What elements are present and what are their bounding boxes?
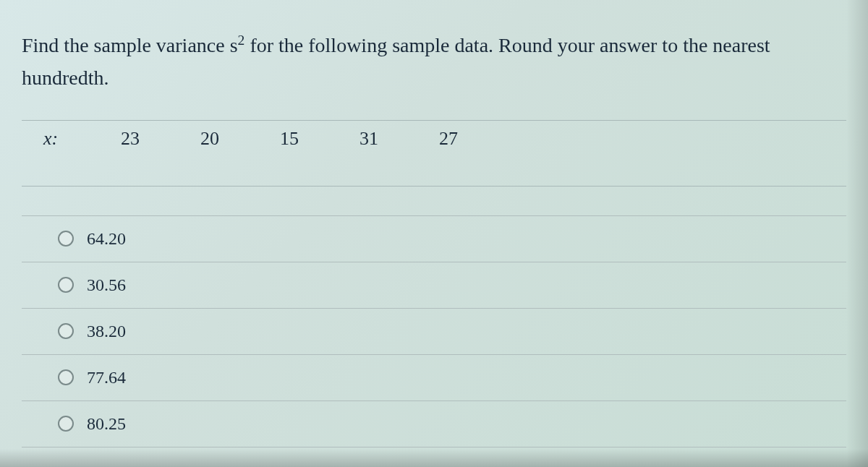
answer-label: 30.56 xyxy=(87,275,126,295)
answer-label: 38.20 xyxy=(87,322,126,341)
radio-icon xyxy=(58,416,74,432)
answer-label: 77.64 xyxy=(87,368,126,387)
answer-option[interactable]: 64.20 xyxy=(22,216,846,262)
radio-icon xyxy=(58,277,74,293)
screen-glare-bottom xyxy=(0,449,868,467)
data-value: 27 xyxy=(434,128,463,150)
radio-icon xyxy=(58,369,74,385)
data-value: 15 xyxy=(275,128,304,150)
radio-icon xyxy=(58,231,74,247)
answer-label: 80.25 xyxy=(87,414,126,434)
answer-option[interactable]: 80.25 xyxy=(22,401,846,447)
answer-label: 64.20 xyxy=(87,229,126,249)
data-value: 23 xyxy=(116,128,145,150)
question-page: Find the sample variance s2 for the foll… xyxy=(0,0,868,447)
data-row: x: 23 20 15 31 27 xyxy=(22,120,846,187)
screen-glare-right xyxy=(846,0,868,467)
question-part1: Find the sample variance s xyxy=(22,34,238,56)
radio-icon xyxy=(58,323,74,339)
answers-list: 64.20 30.56 38.20 77.64 80.25 xyxy=(22,215,846,447)
data-label: x: xyxy=(43,128,65,150)
question-text: Find the sample variance s2 for the foll… xyxy=(22,29,846,95)
answer-option[interactable]: 38.20 xyxy=(22,309,846,355)
data-value: 31 xyxy=(354,128,383,150)
data-value: 20 xyxy=(195,128,224,150)
question-superscript: 2 xyxy=(238,33,245,48)
answer-option[interactable]: 77.64 xyxy=(22,355,846,401)
answer-option[interactable]: 30.56 xyxy=(22,262,846,309)
